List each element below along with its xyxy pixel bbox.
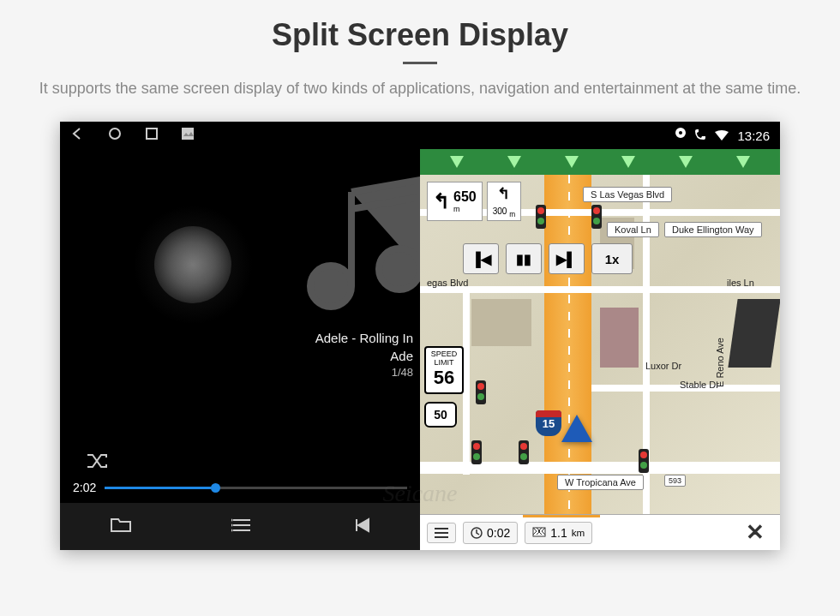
traffic-light-icon xyxy=(471,440,482,464)
phone-icon xyxy=(694,129,706,143)
eta-time: 0:02 xyxy=(463,522,518,544)
lane-arrow-icon xyxy=(565,156,579,168)
player-controls: 2:02 xyxy=(60,452,420,503)
folder-icon[interactable] xyxy=(110,516,132,538)
turn-instruction-panel: ↰ 650 m ↰ 300 m xyxy=(427,182,521,221)
sim-next-button[interactable]: ▶▌ xyxy=(549,243,585,274)
svg-point-5 xyxy=(231,529,233,531)
street-label: Duke Ellington Way xyxy=(664,222,762,237)
turn-left-icon: ↰ xyxy=(497,184,510,203)
turn-left-icon: ↰ xyxy=(433,189,450,213)
previous-track-icon[interactable] xyxy=(351,516,370,538)
building xyxy=(471,299,531,346)
street-label: Luxor Dr xyxy=(639,359,688,373)
music-bottom-bar xyxy=(60,503,420,550)
svg-point-6 xyxy=(679,131,682,135)
image-icon[interactable] xyxy=(182,128,194,143)
route-progress-indicator xyxy=(523,515,600,517)
traffic-light-icon xyxy=(476,380,486,404)
traffic-light-icon xyxy=(536,205,546,229)
close-button[interactable]: ✕ xyxy=(737,519,773,546)
street-label: 593 xyxy=(664,475,686,487)
page-title: Split Screen Display xyxy=(0,0,840,53)
svg-rect-1 xyxy=(147,129,157,139)
vehicle-cursor-icon xyxy=(561,415,592,442)
sim-prev-button[interactable]: ▐◀ xyxy=(463,243,499,274)
remaining-distance: 1.1 km xyxy=(525,522,592,544)
sim-media-controls: ▐◀ ▮▮ ▶▌ 1x xyxy=(463,243,633,274)
speed-limit-sign: SPEED LIMIT 56 xyxy=(424,346,464,394)
turn-unit: m xyxy=(453,205,460,213)
back-icon[interactable] xyxy=(70,127,84,144)
track-artist: Ade xyxy=(315,347,413,365)
svg-point-0 xyxy=(110,129,120,139)
recents-icon[interactable] xyxy=(146,128,158,143)
turn-primary: ↰ 650 m xyxy=(427,182,483,221)
traffic-light-icon xyxy=(639,449,649,473)
navigation-pane: 13:26 xyxy=(420,122,780,550)
status-bar: 13:26 xyxy=(420,122,780,149)
music-player-pane: Adele - Rolling In Ade 1/48 2:02 xyxy=(60,122,420,550)
street-label: egas Blvd xyxy=(420,276,475,290)
playlist-icon[interactable] xyxy=(231,516,252,538)
title-underline xyxy=(403,62,437,64)
track-info: Adele - Rolling In Ade 1/48 xyxy=(315,329,413,380)
page-description: It supports the same screen display of t… xyxy=(0,77,840,122)
interstate-shield: 15 xyxy=(536,410,561,436)
elapsed-time: 2:02 xyxy=(73,481,96,494)
street-label: S Las Vegas Blvd xyxy=(583,187,672,202)
home-icon[interactable] xyxy=(108,127,122,144)
turn-secondary: ↰ 300 m xyxy=(487,182,521,221)
lane-guidance-strip xyxy=(420,149,780,175)
lane-arrow-icon xyxy=(736,156,750,168)
virtual-joystick[interactable] xyxy=(154,226,231,303)
road xyxy=(463,286,470,475)
traffic-light-icon xyxy=(519,440,529,464)
status-time: 13:26 xyxy=(737,129,770,143)
map-canvas[interactable]: S Las Vegas Blvd Koval Ln Duke Ellington… xyxy=(420,175,780,514)
traffic-light-icon xyxy=(591,205,602,229)
track-index: 1/48 xyxy=(315,365,413,380)
track-title: Adele - Rolling In xyxy=(315,329,413,347)
lane-arrow-icon xyxy=(621,156,635,168)
menu-button[interactable] xyxy=(427,523,456,543)
highway-shield: 50 xyxy=(424,402,457,428)
street-label: E Reno Ave xyxy=(713,331,727,394)
turn-distance: 650 xyxy=(453,189,477,205)
street-label: Koval Ln xyxy=(607,222,659,237)
wifi-icon xyxy=(715,129,729,143)
location-pin-icon xyxy=(675,128,686,144)
android-nav-bar xyxy=(60,122,420,149)
street-label: iles Ln xyxy=(720,276,761,290)
lane-arrow-icon xyxy=(450,156,464,168)
shuffle-icon[interactable] xyxy=(86,452,108,474)
seek-bar[interactable] xyxy=(105,487,407,489)
building xyxy=(600,308,639,368)
lane-arrow-icon xyxy=(507,156,521,168)
svg-point-4 xyxy=(231,523,233,526)
music-body: Adele - Rolling In Ade 1/48 xyxy=(60,149,420,452)
building xyxy=(728,299,780,368)
sim-pause-button[interactable]: ▮▮ xyxy=(506,243,542,274)
street-label: W Tropicana Ave xyxy=(557,475,644,490)
svg-point-3 xyxy=(231,518,233,521)
lane-arrow-icon xyxy=(679,156,693,168)
device-screenshot: Adele - Rolling In Ade 1/48 2:02 xyxy=(60,122,780,550)
sim-speed-button[interactable]: 1x xyxy=(591,243,633,274)
nav-bottom-bar: 0:02 1.1 km ✕ xyxy=(420,514,780,550)
